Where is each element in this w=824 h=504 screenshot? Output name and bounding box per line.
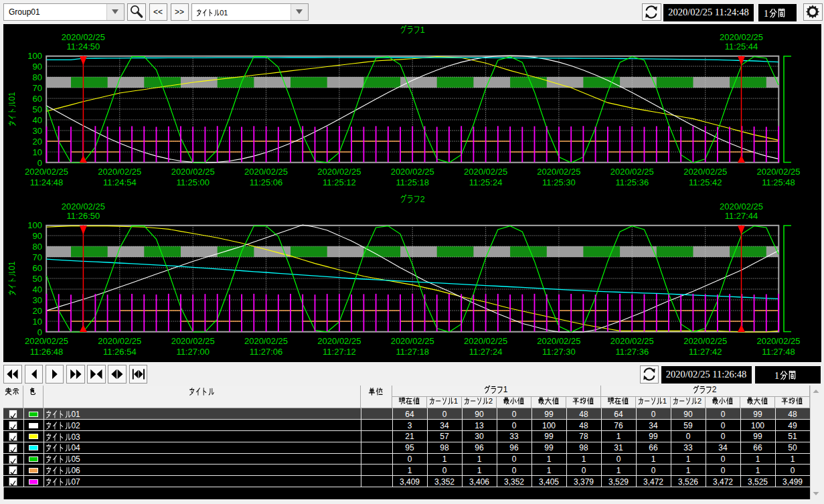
svg-text:11:25:12: 11:25:12 xyxy=(323,177,356,187)
svg-text:11:25:36: 11:25:36 xyxy=(615,177,649,187)
svg-text:2020/02/25: 2020/02/25 xyxy=(464,336,507,346)
svg-text:2020/02/25: 2020/02/25 xyxy=(171,336,215,346)
svg-text:11:27:42: 11:27:42 xyxy=(689,347,722,357)
svg-text:40: 40 xyxy=(33,115,42,125)
svg-text:2020/02/25: 2020/02/25 xyxy=(25,167,68,177)
svg-text:2020/02/25: 2020/02/25 xyxy=(244,167,288,177)
svg-text:1: 1 xyxy=(503,385,508,394)
svg-text:30: 30 xyxy=(33,295,42,305)
svg-text:11:27:24: 11:27:24 xyxy=(469,347,503,357)
svg-text:80: 80 xyxy=(33,242,42,252)
svg-text:02: 02 xyxy=(71,421,80,430)
svg-text:04: 04 xyxy=(71,444,80,453)
svg-text:2020/02/25: 2020/02/25 xyxy=(756,167,800,177)
svg-text:50: 50 xyxy=(33,274,42,284)
svg-text:11:25:06: 11:25:06 xyxy=(250,177,283,187)
svg-text:11:24:48: 11:24:48 xyxy=(30,177,64,187)
svg-text:01: 01 xyxy=(220,8,228,16)
svg-text:2020/02/25: 2020/02/25 xyxy=(98,336,141,346)
svg-text:50: 50 xyxy=(33,104,42,114)
svg-text:2020/02/25: 2020/02/25 xyxy=(537,336,580,346)
svg-text:11:25:30: 11:25:30 xyxy=(542,177,576,187)
svg-text:70: 70 xyxy=(33,83,42,93)
svg-text:2020/02/25: 2020/02/25 xyxy=(720,32,763,42)
svg-text:1: 1 xyxy=(764,8,768,18)
svg-text:70: 70 xyxy=(33,252,42,262)
svg-text:03: 03 xyxy=(71,432,80,442)
svg-text:01: 01 xyxy=(7,92,17,101)
svg-text:10: 10 xyxy=(33,147,42,157)
svg-text:2: 2 xyxy=(420,195,425,204)
svg-text:11:27:00: 11:27:00 xyxy=(176,347,210,357)
svg-text:06: 06 xyxy=(71,466,80,475)
svg-text:2020/02/25: 2020/02/25 xyxy=(464,167,507,177)
svg-text:11:26:48: 11:26:48 xyxy=(30,347,64,357)
svg-text:1: 1 xyxy=(774,370,779,380)
svg-text:90: 90 xyxy=(33,62,42,72)
svg-text:11:27:06: 11:27:06 xyxy=(250,347,283,357)
svg-text:11:27:48: 11:27:48 xyxy=(762,347,795,357)
svg-text:2020/02/25: 2020/02/25 xyxy=(317,336,361,346)
svg-text:2: 2 xyxy=(697,397,702,405)
svg-text:11:24:50: 11:24:50 xyxy=(67,41,100,52)
svg-text:11:25:44: 11:25:44 xyxy=(725,41,758,52)
svg-text:2020/02/25: 2020/02/25 xyxy=(171,167,215,177)
svg-text:2020/02/25: 2020/02/25 xyxy=(244,336,288,346)
svg-text:11:26:54: 11:26:54 xyxy=(103,347,137,357)
svg-text:07: 07 xyxy=(71,477,80,487)
svg-text:100: 100 xyxy=(27,51,42,61)
svg-text:11:27:12: 11:27:12 xyxy=(323,347,356,357)
svg-text:2: 2 xyxy=(712,385,717,394)
svg-text:2020/02/25: 2020/02/25 xyxy=(62,201,105,212)
svg-text:11:25:00: 11:25:00 xyxy=(176,177,210,187)
svg-text:2020/02/25: 2020/02/25 xyxy=(537,167,580,177)
svg-text:11:25:24: 11:25:24 xyxy=(469,177,503,187)
svg-text:2020/02/25: 2020/02/25 xyxy=(683,336,727,346)
svg-text:2020/02/25: 2020/02/25 xyxy=(756,336,800,346)
svg-text:2020/02/25: 2020/02/25 xyxy=(391,336,434,346)
svg-text:2020/02/25: 2020/02/25 xyxy=(317,167,361,177)
svg-text:100: 100 xyxy=(27,220,42,230)
svg-text:11:27:36: 11:27:36 xyxy=(615,347,649,357)
svg-text:30: 30 xyxy=(33,126,42,136)
svg-text:11:27:30: 11:27:30 xyxy=(542,347,576,357)
svg-text:11:25:18: 11:25:18 xyxy=(396,177,429,187)
svg-text:2020/02/25: 2020/02/25 xyxy=(610,167,654,177)
svg-text:2020/02/25: 2020/02/25 xyxy=(62,32,105,42)
svg-text:90: 90 xyxy=(33,231,42,241)
svg-text:2020/02/25: 2020/02/25 xyxy=(720,201,763,212)
svg-text:11:25:48: 11:25:48 xyxy=(762,177,795,187)
svg-text:1: 1 xyxy=(420,25,425,35)
svg-text:2020/02/25: 2020/02/25 xyxy=(98,167,141,177)
svg-text:1: 1 xyxy=(454,397,458,405)
svg-text:11:24:54: 11:24:54 xyxy=(103,177,137,187)
svg-text:2020/02/25: 2020/02/25 xyxy=(391,167,434,177)
svg-text:40: 40 xyxy=(33,284,42,295)
svg-text:2: 2 xyxy=(489,397,493,405)
svg-text:10: 10 xyxy=(33,317,42,327)
svg-text:05: 05 xyxy=(71,454,80,464)
svg-text:1: 1 xyxy=(663,397,667,405)
svg-text:2020/02/25: 2020/02/25 xyxy=(610,336,654,346)
svg-text:11:27:44: 11:27:44 xyxy=(725,211,758,221)
svg-text:01: 01 xyxy=(71,410,80,419)
svg-text:20: 20 xyxy=(33,306,42,316)
svg-text:60: 60 xyxy=(33,94,42,104)
svg-text:01: 01 xyxy=(7,261,17,270)
svg-text:11:25:42: 11:25:42 xyxy=(689,177,722,187)
svg-text:11:27:18: 11:27:18 xyxy=(396,347,429,357)
svg-text:11:26:50: 11:26:50 xyxy=(67,211,100,221)
svg-text:60: 60 xyxy=(33,263,42,273)
svg-text:80: 80 xyxy=(33,72,42,82)
svg-text:2020/02/25: 2020/02/25 xyxy=(25,336,68,346)
svg-text:2020/02/25: 2020/02/25 xyxy=(683,167,727,177)
svg-text:20: 20 xyxy=(33,137,42,147)
